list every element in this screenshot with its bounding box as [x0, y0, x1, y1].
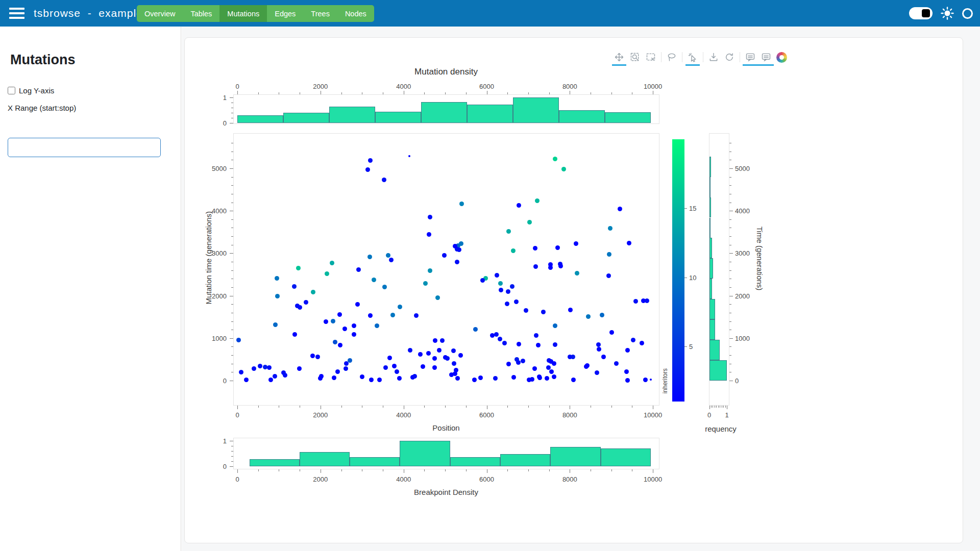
axis-tick [231, 245, 233, 245]
axis-tick [231, 313, 233, 313]
scatter-point [412, 374, 417, 379]
colorbar-title: inheritors [662, 368, 669, 393]
right-hist-bar [709, 279, 713, 299]
right-hist-bar [709, 157, 711, 177]
axis-tick [684, 278, 687, 278]
scatter-point [597, 347, 601, 352]
axis-tick [300, 406, 300, 408]
scatter-point [397, 376, 402, 381]
axis-tick [653, 91, 653, 94]
right-hist-bar [709, 360, 727, 381]
right-hist-bar [709, 218, 711, 238]
log-y-checkbox[interactable] [8, 87, 15, 94]
scatter-point [275, 294, 280, 298]
tab-tables[interactable]: Tables [183, 5, 219, 22]
axis-tick [231, 279, 233, 279]
light-mode-sun-icon[interactable] [941, 7, 954, 20]
axis-tick [383, 406, 383, 408]
right-hist-bar [709, 319, 716, 340]
bottom-hist-bar [500, 454, 550, 466]
scatter-point [645, 298, 649, 303]
axis-tick [231, 118, 233, 118]
scatter-point [437, 348, 442, 353]
axis-tick [684, 346, 687, 347]
bottom-hist-bar [250, 459, 300, 467]
box-select-tool-icon[interactable] [645, 51, 656, 64]
axis-tick [230, 381, 233, 381]
bokeh-logo-icon[interactable] [776, 52, 787, 63]
axis-tick [383, 469, 383, 471]
scatter-point [533, 264, 538, 269]
axis-tick [404, 469, 404, 473]
axis-tick [231, 143, 233, 143]
top-hist-bar [329, 107, 375, 123]
tab-nodes[interactable]: Nodes [337, 5, 374, 22]
log-y-axis-option[interactable]: Log Y-axis [8, 86, 181, 95]
axis-tick [729, 313, 731, 313]
axis-tick [445, 469, 446, 471]
plot-card: Mutation density Mutation time (generati… [184, 37, 963, 543]
box-zoom-tool-icon[interactable] [629, 51, 641, 64]
axis-tick-label: 1 [712, 411, 742, 419]
x-range-input[interactable] [8, 138, 161, 157]
tap-tool-icon[interactable] [687, 51, 698, 64]
axis-tick-label: 10 [689, 274, 720, 282]
toolbar-separator [661, 52, 662, 62]
scatter-point [333, 340, 337, 344]
axis-tick [231, 461, 233, 462]
axis-tick [729, 279, 731, 279]
axis-tick-label: 4000 [735, 207, 766, 215]
axis-tick [729, 296, 733, 296]
axis-tick-label: 5000 [196, 165, 227, 172]
axis-tick [341, 469, 342, 471]
scatter-point [625, 348, 630, 353]
axis-tick [729, 211, 733, 211]
lasso-select-tool-icon[interactable] [666, 51, 677, 64]
axis-tick [237, 469, 238, 473]
axis-tick [230, 211, 233, 211]
pan-tool-icon[interactable] [614, 51, 625, 64]
busy-indicator-icon [962, 8, 973, 19]
axis-tick [341, 92, 342, 94]
axis-tick-label: 4000 [388, 83, 419, 90]
scatter-point [267, 365, 272, 370]
tab-overview[interactable]: Overview [137, 5, 183, 22]
top-hist-bar [375, 112, 421, 123]
tab-trees[interactable]: Trees [303, 5, 337, 22]
axis-tick [725, 406, 726, 408]
reset-tool-icon[interactable] [724, 51, 735, 64]
axis-tick [362, 92, 362, 94]
scatter-point [395, 369, 399, 374]
axis-tick [231, 287, 233, 288]
axis-tick [729, 364, 731, 364]
axis-tick [231, 236, 233, 237]
axis-tick [321, 469, 321, 473]
scatter-point [553, 342, 557, 347]
axis-tick [729, 321, 731, 322]
axis-tick-label: 1000 [196, 335, 227, 342]
axis-tick [528, 469, 529, 471]
axis-tick [729, 330, 731, 330]
theme-toggle[interactable] [909, 7, 933, 19]
save-tool-icon[interactable] [708, 51, 719, 64]
top-hist-title: Mutation density [233, 67, 659, 77]
axis-tick [729, 236, 731, 237]
axis-tick-label: 0 [222, 411, 253, 419]
axis-tick [632, 92, 632, 94]
axis-tick [231, 113, 233, 113]
axis-tick [231, 451, 233, 452]
scatter-point [332, 375, 336, 380]
scatter-point [493, 376, 498, 381]
tab-mutations[interactable]: Mutations [219, 5, 267, 22]
axis-tick-label: 1 [196, 437, 227, 445]
hover-tool-icon[interactable] [761, 51, 772, 64]
axis-tick [729, 253, 733, 254]
hover-tool-icon[interactable] [745, 51, 756, 64]
tab-edges[interactable]: Edges [267, 5, 303, 22]
menu-icon[interactable] [9, 8, 24, 19]
axis-tick [723, 406, 724, 408]
bottom-hist-bar [350, 457, 400, 467]
right-hist-bar [709, 197, 711, 218]
scatter-point [643, 378, 648, 382]
axis-tick [231, 270, 233, 271]
